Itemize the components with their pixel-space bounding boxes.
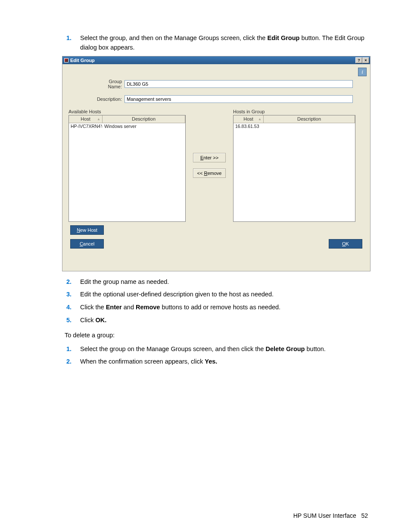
table-row[interactable]: HP-IVC7XRN4YF1F Windows server <box>69 123 185 130</box>
step-text: Select the group, and then on the Manage… <box>80 34 267 41</box>
step-item: Select the group on the Manage Groups sc… <box>65 345 368 354</box>
step-list-1: Select the group, and then on the Manage… <box>65 34 368 53</box>
table-row[interactable]: 16.83.61.53 <box>234 123 355 130</box>
sort-icon: ▲ <box>258 117 262 121</box>
description-input[interactable] <box>125 95 353 103</box>
delete-group-intro: To delete a group: <box>65 330 368 340</box>
dialog-titlebar: Edit Group ? × <box>62 56 370 64</box>
enter-button[interactable]: Enter >> <box>193 153 226 162</box>
new-host-button[interactable]: New Host <box>70 225 104 235</box>
hosts-in-group-label: Hosts in Group <box>233 109 355 114</box>
cell-host: 16.83.61.53 <box>234 123 264 130</box>
step-item: Click the Enter and Remove buttons to ad… <box>65 303 368 312</box>
step-item: When the confirmation screen appears, cl… <box>65 357 368 367</box>
edit-group-dialog: Edit Group ? × i Group Name: Description… <box>62 56 371 271</box>
available-hosts-table[interactable]: Host▲ Description HP-IVC7XRN4YF1F Window… <box>68 115 186 222</box>
cell-host: HP-IVC7XRN4YF1F <box>69 123 103 130</box>
info-icon[interactable]: i <box>358 68 367 76</box>
step-list-2: Edit the group name as needed. Edit the … <box>65 277 368 325</box>
step-item: Click OK. <box>65 316 368 325</box>
hosts-in-group-table[interactable]: Host▲ Description 16.83.61.53 <box>233 115 355 222</box>
sort-icon: ▲ <box>97 117 100 121</box>
page-number: 52 <box>361 512 368 519</box>
cell-desc <box>264 123 355 130</box>
description-label: Description: <box>95 96 125 102</box>
close-button[interactable]: × <box>362 57 369 63</box>
step-list-delete: Select the group on the Manage Groups sc… <box>65 345 368 367</box>
dialog-title: Edit Group <box>70 58 95 63</box>
app-icon <box>64 58 68 62</box>
group-name-label: Group Name: <box>95 79 125 89</box>
footer-label: HP SUM User Interface <box>293 512 356 519</box>
step-item: Edit the optional user-defined descripti… <box>65 290 368 299</box>
cell-desc: Windows server <box>103 123 185 130</box>
available-hosts-label: Available Hosts <box>68 109 186 114</box>
step-item: Edit the group name as needed. <box>65 277 368 287</box>
step-item: Select the group, and then on the Manage… <box>65 34 368 53</box>
ok-button[interactable]: OK <box>329 239 362 249</box>
column-header-host[interactable]: Host▲ <box>69 115 103 123</box>
step-bold: Edit Group <box>267 34 299 41</box>
help-button[interactable]: ? <box>355 57 362 63</box>
column-header-desc[interactable]: Description <box>264 115 355 123</box>
remove-button[interactable]: << Remove <box>193 168 226 178</box>
page-footer: HP SUM User Interface 52 <box>293 512 368 519</box>
cancel-button[interactable]: Cancel <box>70 239 104 249</box>
column-header-host[interactable]: Host▲ <box>234 115 264 123</box>
column-header-desc[interactable]: Description <box>103 115 185 123</box>
group-name-input[interactable] <box>125 80 353 88</box>
